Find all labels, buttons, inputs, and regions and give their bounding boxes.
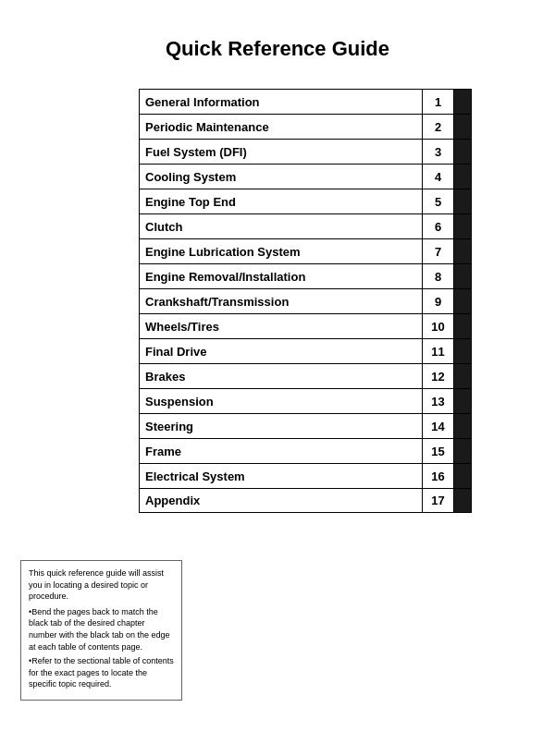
toc-label: Suspension (140, 389, 423, 413)
toc-number: 6 (423, 214, 454, 238)
toc-tab (454, 364, 471, 388)
toc-row[interactable]: Frame15 (139, 438, 472, 463)
toc-label: Frame (140, 439, 423, 463)
toc-tab (454, 414, 471, 438)
toc-tab (454, 289, 471, 313)
note-bullet1: •Bend the pages back to match the black … (29, 606, 174, 652)
toc-label: Engine Removal/Installation (140, 264, 423, 288)
note-bullet2: •Refer to the sectional table of content… (29, 655, 174, 690)
toc-number: 2 (423, 115, 454, 139)
toc-label: Final Drive (140, 339, 423, 363)
toc-row[interactable]: Final Drive11 (139, 338, 472, 363)
toc-row[interactable]: Steering14 (139, 413, 472, 438)
toc-row[interactable]: Fuel System (DFI)3 (139, 139, 472, 164)
toc-label: Appendix (140, 489, 423, 512)
toc-label: Wheels/Tires (140, 314, 423, 338)
toc-tab (454, 165, 471, 189)
toc-label: Engine Top End (140, 189, 423, 213)
toc-tab (454, 464, 471, 488)
page-title: Quick Reference Guide (28, 37, 527, 61)
page: Quick Reference Guide General Informatio… (0, 0, 555, 756)
toc-row[interactable]: Engine Lubrication System7 (139, 238, 472, 263)
toc-label: Brakes (140, 364, 423, 388)
toc-row[interactable]: Electrical System16 (139, 463, 472, 488)
toc-number: 5 (423, 189, 454, 213)
toc-label: Cooling System (140, 165, 423, 189)
toc-number: 4 (423, 165, 454, 189)
toc-number: 11 (423, 339, 454, 363)
toc-row[interactable]: Engine Top End5 (139, 189, 472, 213)
toc-row[interactable]: Appendix17 (139, 488, 472, 513)
toc-tab (454, 189, 471, 213)
toc-row[interactable]: General Information1 (139, 89, 472, 114)
toc-tab (454, 264, 471, 288)
toc-number: 17 (423, 489, 454, 512)
toc-row[interactable]: Clutch6 (139, 213, 472, 238)
toc-row[interactable]: Cooling System4 (139, 164, 472, 189)
toc-tab (454, 489, 471, 512)
toc-tab (454, 389, 471, 413)
toc-number: 1 (423, 90, 454, 114)
toc-number: 15 (423, 439, 454, 463)
toc-row[interactable]: Crankshaft/Transmission9 (139, 288, 472, 313)
toc-number: 14 (423, 414, 454, 438)
toc-tab (454, 439, 471, 463)
toc-label: Crankshaft/Transmission (140, 289, 423, 313)
toc-number: 13 (423, 389, 454, 413)
toc-row[interactable]: Wheels/Tires10 (139, 313, 472, 338)
toc-number: 9 (423, 289, 454, 313)
toc-label: General Information (140, 90, 423, 114)
toc-row[interactable]: Engine Removal/Installation8 (139, 263, 472, 288)
toc-container: General Information1Periodic Maintenance… (139, 89, 472, 513)
toc-label: Engine Lubrication System (140, 239, 423, 263)
note-box: This quick reference guide will assist y… (20, 560, 182, 701)
toc-label: Periodic Maintenance (140, 115, 423, 139)
toc-tab (454, 115, 471, 139)
toc-label: Electrical System (140, 464, 423, 488)
toc-number: 16 (423, 464, 454, 488)
toc-row[interactable]: Brakes12 (139, 363, 472, 388)
toc-tab (454, 314, 471, 338)
toc-number: 3 (423, 140, 454, 164)
toc-tab (454, 214, 471, 238)
note-line1: This quick reference guide will assist y… (29, 567, 174, 603)
toc-number: 12 (423, 364, 454, 388)
toc-tab (454, 90, 471, 114)
toc-number: 10 (423, 314, 454, 338)
toc-row[interactable]: Suspension13 (139, 388, 472, 413)
toc-label: Clutch (140, 214, 423, 238)
toc-number: 8 (423, 264, 454, 288)
toc-tab (454, 339, 471, 363)
toc-tab (454, 239, 471, 263)
toc-label: Fuel System (DFI) (140, 140, 423, 164)
toc-number: 7 (423, 239, 454, 263)
toc-label: Steering (140, 414, 423, 438)
toc-row[interactable]: Periodic Maintenance2 (139, 114, 472, 139)
toc-tab (454, 140, 471, 164)
